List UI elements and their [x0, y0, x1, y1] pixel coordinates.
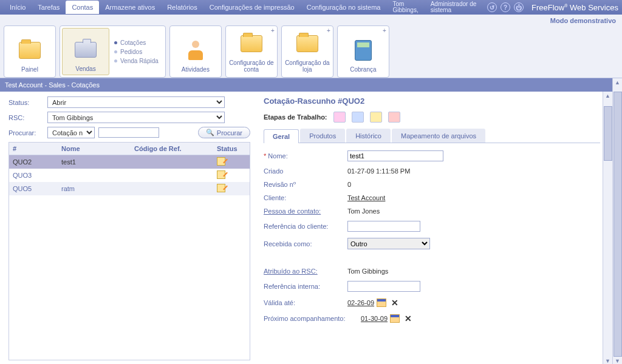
tab-historico[interactable]: Histórico [346, 129, 391, 143]
menu-inicio[interactable]: Início [4, 1, 32, 13]
scroll-thumb[interactable] [604, 106, 612, 161]
plus-icon[interactable]: + [327, 27, 330, 34]
search-input[interactable] [98, 127, 159, 138]
table-row[interactable]: QUO5 ratm [9, 182, 250, 195]
clear-icon[interactable]: ✕ [391, 298, 398, 308]
detail-scrollbar[interactable]: ▲ ▼ [603, 92, 612, 364]
criado-label: Criado [264, 167, 347, 175]
menu-contas[interactable]: Contas [66, 1, 99, 14]
search-button[interactable]: 🔍 Procurar [198, 127, 250, 138]
grid-header-row: # Nome Código de Ref. Status [9, 143, 250, 155]
ribbon-config-loja[interactable]: Configuração da loja [284, 28, 331, 75]
stage-icon[interactable] [333, 112, 346, 123]
table-row[interactable]: QUO3 [9, 169, 250, 182]
sub-pedidos[interactable]: Pedidos [114, 47, 159, 56]
menu-relatorios[interactable]: Relatórios [161, 1, 203, 13]
quote-title: Cotação-Rascunho #QUO2 [264, 96, 600, 106]
edit-icon[interactable] [217, 184, 225, 192]
quotes-grid: # Nome Código de Ref. Status QUO2 test1 [9, 142, 250, 360]
ribbon-painel[interactable]: Painel [6, 28, 53, 75]
prox-date[interactable]: 01-30-09 [361, 315, 388, 322]
ribbon-group-config-loja: + Configuração da loja [281, 25, 333, 78]
col-codigo[interactable]: Código de Ref. [131, 143, 213, 155]
refcli-input[interactable] [347, 221, 420, 232]
scroll-thumb[interactable] [613, 92, 622, 357]
ribbon: Painel Vendas Cotações Pedidos Venda Ráp… [0, 24, 622, 78]
ribbon-group-cobranca: + Cobrança [337, 25, 389, 78]
help-icon[interactable]: ? [501, 2, 510, 12]
sub-venda-rapida[interactable]: Venda Rápida [114, 56, 159, 66]
magnifier-icon: 🔍 [206, 129, 214, 136]
page-scrollbar-top[interactable]: ▲ [612, 78, 622, 92]
cliente-label: Cliente: [264, 194, 347, 201]
scroll-up-icon[interactable]: ▲ [615, 78, 620, 87]
menu-armazene[interactable]: Armazene ativos [99, 1, 161, 13]
valida-label: Válida até: [264, 299, 347, 306]
stage-icon[interactable] [352, 112, 364, 123]
cliente-link[interactable]: Test Account [347, 194, 385, 201]
page-scrollbar[interactable]: ▼ [612, 92, 622, 364]
quote-tabs: Geral Produtos Histórico Mapeamento de a… [264, 129, 600, 143]
work-stages: Etapas de Trabalho: [264, 112, 600, 123]
scroll-down-icon[interactable]: ▼ [605, 357, 610, 364]
stage-icon[interactable] [370, 112, 382, 123]
ribbon-vendas-sublist: Cotações Pedidos Venda Rápida [109, 38, 163, 66]
menu-config-sistema[interactable]: Configuração no sistema [301, 1, 387, 13]
search-by-select[interactable]: Cotação nº [47, 127, 95, 138]
pessoa-value: Tom Jones [347, 207, 380, 215]
ribbon-atividades[interactable]: Atividades [172, 28, 219, 75]
col-id[interactable]: # [9, 143, 58, 155]
current-user[interactable]: Tom Gibbings, [386, 1, 424, 13]
atrib-value: Tom Gibbings [347, 268, 388, 275]
clear-icon[interactable]: ✕ [405, 314, 412, 323]
main-area: Status: Abrir RSC: Tom Gibbings Procurar… [0, 92, 622, 364]
breadcrumb: Test Account - Sales - Cotações [0, 78, 612, 92]
menu-config-impressao[interactable]: Configurações de impressão [203, 1, 301, 13]
sub-cotacoes[interactable]: Cotações [114, 38, 159, 47]
valida-date[interactable]: 02-26-09 [347, 299, 374, 306]
folder-icon [19, 42, 41, 59]
nome-input[interactable] [347, 150, 443, 161]
ribbon-cobranca[interactable]: Cobrança [340, 28, 387, 75]
back-icon[interactable]: ↺ [487, 2, 497, 12]
calendar-icon[interactable] [390, 314, 400, 323]
ribbon-group-config-conta: + Configuração de conta [225, 25, 278, 78]
plus-icon[interactable]: + [271, 27, 275, 34]
refcli-label: Referência do cliente: [264, 223, 347, 230]
scroll-down-icon[interactable]: ▼ [615, 357, 620, 364]
menu-tarefas[interactable]: Tarefas [32, 1, 66, 13]
revisao-value: 0 [347, 181, 351, 188]
power-icon[interactable]: ⏻ [514, 2, 524, 12]
procurar-label: Procurar: [9, 129, 44, 136]
scroll-up-icon[interactable]: ▲ [605, 92, 610, 100]
edit-icon[interactable] [217, 170, 225, 179]
calculator-icon [355, 40, 372, 61]
ribbon-vendas[interactable]: Vendas [62, 28, 109, 75]
topbar: Início Tarefas Contas Armazene ativos Re… [0, 0, 622, 15]
refint-input[interactable] [347, 281, 420, 292]
table-row[interactable]: QUO2 test1 [9, 155, 250, 169]
stage-icon[interactable] [388, 112, 400, 123]
calendar-icon[interactable] [377, 298, 386, 307]
tab-mapeamento[interactable]: Mapeamento de arquivos [392, 129, 485, 143]
prox-label: Próximo acompanhamento: [264, 315, 361, 322]
tab-produtos[interactable]: Produtos [300, 129, 345, 143]
status-label: Status: [9, 99, 44, 106]
refint-label: Referência interna: [264, 283, 347, 290]
status-select[interactable]: Abrir [47, 96, 225, 108]
ribbon-group-atividades: Atividades [169, 25, 222, 78]
atrib-label[interactable]: Atribuído ao RSC: [264, 268, 347, 275]
revisao-label: Revisão nº [264, 181, 347, 188]
tab-geral[interactable]: Geral [264, 129, 299, 143]
right-pane: Cotação-Rascunho #QUO2 Etapas de Trabalh… [255, 92, 603, 364]
pessoa-label[interactable]: Pessoa de contato: [264, 207, 347, 215]
plus-icon[interactable]: + [383, 27, 386, 34]
edit-icon[interactable] [217, 157, 225, 166]
col-nome[interactable]: Nome [58, 143, 131, 155]
ribbon-config-conta[interactable]: Configuração de conta [228, 28, 275, 75]
recebida-select[interactable]: Outro [347, 238, 430, 249]
col-status[interactable]: Status [213, 143, 250, 155]
ribbon-group-painel: Painel [4, 25, 56, 78]
user-role[interactable]: Administrador de sistema [425, 1, 483, 13]
rsc-select[interactable]: Tom Gibbings [47, 112, 225, 123]
